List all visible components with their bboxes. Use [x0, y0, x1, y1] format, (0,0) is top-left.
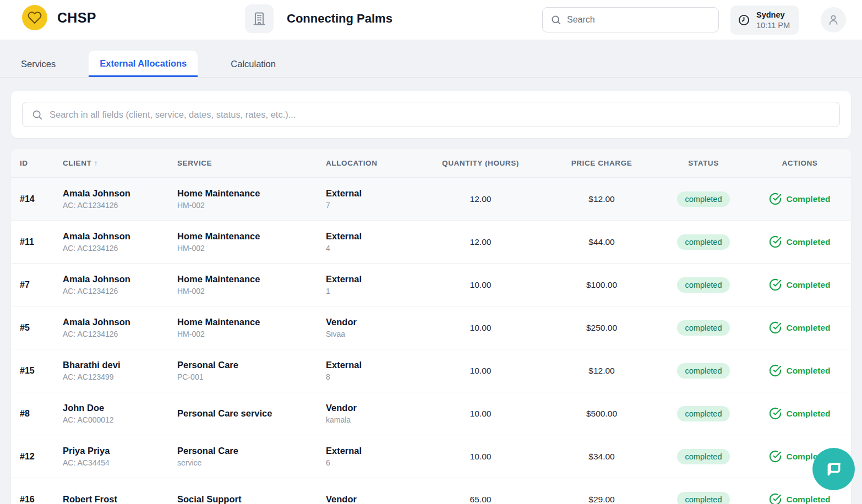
user-icon [827, 13, 840, 26]
completed-action-button[interactable]: Completed [756, 321, 843, 334]
check-circle-icon [769, 493, 782, 504]
top-navbar: CHSP Connecting Palms Sydney 10:11 PM [0, 0, 862, 40]
tab-calculation[interactable]: Calculation [221, 51, 286, 77]
clock-time: 10:11 PM [756, 20, 790, 30]
check-circle-icon [769, 278, 782, 291]
row-id: #5 [20, 323, 63, 333]
topbar-search-input[interactable] [567, 15, 711, 25]
price-charge: $500.00 [553, 409, 651, 419]
client-name: Robert Frost [63, 493, 177, 504]
row-allocation: External 8 [326, 359, 408, 382]
quantity-hours: 10.00 [408, 452, 553, 462]
status-cell: completed [651, 191, 756, 207]
table-row[interactable]: #12 Priya Priya AC: AC34454 Personal Car… [11, 435, 851, 478]
quantity-hours: 12.00 [408, 194, 553, 204]
column-header-allocation[interactable]: ALLOCATION [326, 159, 408, 167]
allocation-detail: 1 [326, 286, 408, 297]
service-code: HM-002 [177, 200, 326, 211]
main-content: IDCLIENT ↑SERVICEALLOCATIONQUANTITY (HOU… [0, 78, 862, 504]
allocation-detail: 4 [326, 243, 408, 254]
row-allocation: Vendor kamala [326, 402, 408, 425]
table-row[interactable]: #7 Amala Johnson AC: AC1234126 Home Main… [11, 264, 851, 306]
service-name: Home Maintenance [177, 316, 326, 328]
client-account: AC: AC1234126 [63, 329, 177, 339]
tab-services[interactable]: Services [11, 51, 66, 77]
row-client: Amala Johnson AC: AC1234126 [63, 187, 177, 210]
table-row[interactable]: #16 Robert Frost Social Support Vendor 6… [11, 478, 851, 504]
completed-action-button[interactable]: Completed [756, 407, 843, 420]
table-row[interactable]: #15 Bharathi devi AC: AC123499 Personal … [11, 349, 851, 392]
table-row[interactable]: #11 Amala Johnson AC: AC1234126 Home Mai… [11, 221, 851, 264]
row-client: Amala Johnson AC: AC1234126 [63, 273, 177, 296]
completed-action-button[interactable]: Completed [756, 364, 843, 377]
row-id: #8 [20, 409, 63, 419]
action-label: Completed [786, 280, 830, 290]
row-service: Home Maintenance HM-002 [177, 187, 326, 210]
service-code: PC-001 [177, 372, 326, 382]
row-client: John Doe AC: AC000012 [63, 402, 177, 425]
allocation-type: External [326, 230, 408, 242]
row-service: Personal Care service [177, 445, 326, 468]
status-cell: completed [651, 449, 756, 464]
workspace-name: Connecting Palms [287, 12, 392, 26]
table-filter-input[interactable] [50, 109, 831, 120]
column-header-quantity-hours-[interactable]: QUANTITY (HOURS) [408, 159, 553, 167]
row-client: Priya Priya AC: AC34454 [63, 445, 177, 468]
table-filter-search [22, 102, 840, 127]
column-header-price-charge[interactable]: PRICE CHARGE [553, 159, 651, 167]
table-row[interactable]: #8 John Doe AC: AC000012 Personal Care s… [11, 392, 851, 435]
price-charge: $100.00 [553, 280, 651, 290]
client-name: Bharathi devi [63, 359, 177, 371]
user-avatar-button[interactable] [821, 7, 846, 32]
allocation-type: External [326, 445, 408, 457]
quantity-hours: 10.00 [408, 323, 553, 333]
allocations-table: IDCLIENT ↑SERVICEALLOCATIONQUANTITY (HOU… [11, 149, 851, 504]
tab-external-allocations[interactable]: External Allocations [89, 51, 198, 77]
row-client: Bharathi devi AC: AC123499 [63, 359, 177, 382]
status-cell: completed [651, 406, 756, 421]
status-badge: completed [677, 234, 730, 250]
column-header-client[interactable]: CLIENT ↑ [63, 159, 177, 167]
column-header-status[interactable]: STATUS [651, 159, 756, 167]
price-charge: $44.00 [553, 237, 651, 247]
search-icon [31, 109, 43, 120]
service-name: Personal Care service [177, 407, 326, 419]
allocation-type: External [326, 187, 408, 199]
status-cell: completed [651, 320, 756, 336]
row-id: #14 [20, 194, 63, 204]
completed-action-button[interactable]: Completed [756, 493, 843, 504]
row-allocation: Vendor [326, 493, 408, 504]
price-charge: $12.00 [553, 366, 651, 376]
row-id: #16 [20, 495, 63, 504]
completed-action-button[interactable]: Completed [756, 278, 843, 291]
search-icon [550, 14, 561, 25]
price-charge: $250.00 [553, 323, 651, 333]
service-code: HM-002 [177, 286, 326, 297]
status-badge: completed [677, 492, 730, 504]
allocation-detail: Sivaa [326, 329, 408, 339]
service-code: HM-002 [177, 243, 326, 254]
allocation-type: External [326, 359, 408, 371]
column-header-id[interactable]: ID [20, 159, 63, 167]
column-header-actions[interactable]: ACTIONS [756, 159, 843, 167]
row-client: Amala Johnson AC: AC1234126 [63, 316, 177, 339]
completed-action-button[interactable]: Completed [756, 235, 843, 248]
client-name: Priya Priya [63, 445, 177, 457]
table-row[interactable]: #14 Amala Johnson AC: AC1234126 Home Mai… [11, 178, 851, 221]
status-cell: completed [651, 492, 756, 504]
clock-city: Sydney [756, 10, 790, 20]
timezone-clock: Sydney 10:11 PM [730, 6, 799, 35]
column-header-service[interactable]: SERVICE [177, 159, 326, 167]
completed-action-button[interactable]: Completed [756, 193, 843, 205]
row-client: Amala Johnson AC: AC1234126 [63, 230, 177, 253]
filter-card [11, 91, 851, 138]
chat-launcher-button[interactable] [812, 448, 855, 490]
row-allocation: External 7 [326, 187, 408, 210]
row-id: #7 [20, 280, 63, 290]
row-client: Robert Frost [63, 493, 177, 504]
client-name: Amala Johnson [63, 273, 177, 285]
service-code: service [177, 458, 326, 468]
sort-up-indicator: ↑ [91, 159, 98, 167]
action-label: Completed [786, 366, 830, 376]
table-row[interactable]: #5 Amala Johnson AC: AC1234126 Home Main… [11, 306, 851, 349]
